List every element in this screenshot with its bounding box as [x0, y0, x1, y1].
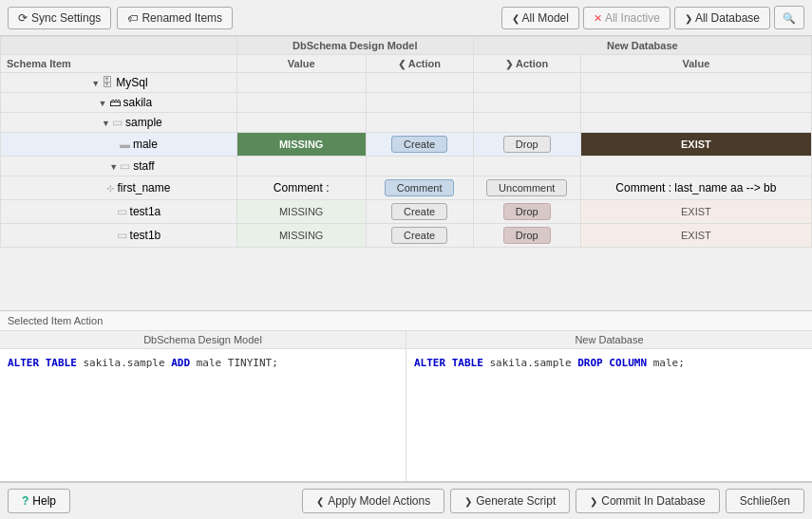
all-database-button[interactable]: All Database	[674, 7, 770, 29]
search-icon	[783, 10, 796, 25]
all-inactive-button[interactable]: All Inactive	[583, 7, 670, 29]
action-right-cell[interactable]	[473, 93, 580, 113]
table-row[interactable]: ▼🗃sakila	[1, 93, 812, 113]
all-inactive-label: All Inactive	[605, 11, 660, 25]
table-icon: ▭	[117, 229, 127, 242]
selected-body: DbSchema Design Model ALTER TABLE sakila…	[0, 331, 812, 481]
table-row[interactable]: ▼▭sample	[1, 113, 812, 133]
schema-group-header	[1, 37, 237, 55]
filter-buttons: All Model All Inactive All Database	[501, 6, 804, 29]
schema-item-cell: ▼▭staff	[1, 157, 237, 176]
expand-icon: ▼	[91, 79, 100, 88]
action-left-cell[interactable]	[366, 113, 473, 133]
action-left-button[interactable]: Create	[391, 136, 447, 153]
toolbar: Sync Settings Renamed Items All Model Al…	[0, 0, 812, 36]
action-left-cell[interactable]: Create	[366, 224, 473, 248]
newdb-value-cell: EXIST	[580, 224, 811, 248]
row-name: MySql	[116, 76, 147, 89]
all-model-button[interactable]: All Model	[501, 7, 579, 29]
action-right-cell[interactable]: Drop	[473, 133, 580, 157]
sync-table: DbSchema Design Model New Database Schem…	[0, 36, 812, 248]
action-right-cell[interactable]	[473, 73, 580, 93]
apply-chevron-icon	[316, 494, 324, 508]
help-button[interactable]: Help	[8, 489, 70, 513]
search-button[interactable]	[774, 6, 804, 29]
dbschema-value-cell	[236, 157, 366, 176]
action-right-cell[interactable]	[473, 157, 580, 176]
newdb-value-cell: Comment : last_name aa --> bb	[580, 176, 811, 200]
newdb-value-cell: EXIST	[580, 200, 811, 224]
table-row[interactable]: ⊹first_nameComment :CommentUncommentComm…	[1, 176, 812, 200]
expand-icon: ▼	[109, 162, 118, 172]
renamed-items-button[interactable]: Renamed Items	[117, 7, 233, 29]
sql-keyword-add: ADD	[171, 357, 190, 369]
table-row[interactable]: ▼▭staff	[1, 157, 812, 176]
dbschema-value-cell: Comment :	[236, 176, 366, 200]
commit-chevron-icon	[590, 494, 597, 508]
schema-item-cell: ▭test1b	[1, 224, 237, 248]
row-name: male	[133, 138, 158, 151]
group-header-row: DbSchema Design Model New Database	[1, 37, 812, 55]
table-row[interactable]: ▬maleMISSINGCreateDropEXIST	[1, 133, 812, 157]
action-left-button[interactable]: Comment	[385, 179, 455, 196]
sql-keyword-drop: DROP COLUMN	[577, 357, 647, 369]
action-right-cell[interactable]	[473, 113, 580, 133]
action-right-button[interactable]: Drop	[503, 227, 551, 244]
action-left-cell[interactable]: Comment	[366, 176, 473, 200]
expand-icon: ▼	[102, 119, 110, 128]
footer-action-buttons: Apply Model Actions Generate Script Comm…	[302, 489, 804, 513]
apply-label: Apply Model Actions	[328, 494, 430, 508]
action-right-button[interactable]: Drop	[503, 136, 551, 153]
schema-item-cell: ▼🗃sakila	[1, 93, 237, 113]
newdb-value-cell	[580, 73, 811, 93]
action-right-cell[interactable]: Drop	[473, 200, 580, 224]
selected-dbschema-header: DbSchema Design Model	[0, 331, 406, 349]
db-icon: 🗄	[102, 76, 113, 89]
all-database-label: All Database	[695, 11, 760, 25]
tag-icon	[127, 11, 138, 25]
sync-table-section: DbSchema Design Model New Database Schem…	[0, 36, 812, 311]
sync-icon	[18, 11, 28, 25]
col-special-icon: ⊹	[106, 183, 114, 194]
close-button[interactable]: Schließen	[726, 489, 804, 513]
row-name: staff	[133, 159, 154, 173]
action-right-cell[interactable]: Uncomment	[473, 176, 580, 200]
newdb-value-cell: EXIST	[580, 133, 811, 157]
action-left-button[interactable]: Create	[391, 203, 447, 220]
action-left-button[interactable]: Create	[391, 227, 447, 244]
chevron-right-icon	[685, 11, 692, 25]
action-right-cell[interactable]: Drop	[473, 224, 580, 248]
action-left-cell[interactable]	[366, 93, 473, 113]
table-row[interactable]: ▼🗄MySql	[1, 73, 812, 93]
action-left-cell[interactable]: Create	[366, 200, 473, 224]
action-left-cell[interactable]	[366, 157, 473, 176]
renamed-items-label: Renamed Items	[142, 11, 222, 25]
action-left-chevron	[398, 58, 406, 69]
selected-newdb-content: ALTER TABLE sakila.sample DROP COLUMN ma…	[406, 349, 812, 481]
commit-database-button[interactable]: Commit In Database	[576, 489, 719, 513]
action-right-button[interactable]: Drop	[503, 203, 551, 220]
dbschema-value-cell	[236, 93, 366, 113]
sql-text-1: sakila.sample	[83, 357, 171, 369]
action-left-cell[interactable]: Create	[366, 133, 473, 157]
table-body: ▼🗄MySql▼🗃sakila▼▭sample▬maleMISSINGCreat…	[1, 73, 812, 248]
selected-newdb-pane: New Database ALTER TABLE sakila.sample D…	[406, 331, 812, 481]
action-left-header: Action	[366, 55, 473, 73]
action-right-chevron	[505, 58, 513, 69]
row-name: sample	[125, 116, 162, 129]
help-label: Help	[32, 494, 56, 508]
apply-model-actions-button[interactable]: Apply Model Actions	[302, 489, 444, 513]
schema-item-cell: ▼▭sample	[1, 113, 237, 133]
table-row[interactable]: ▭test1aMISSINGCreateDropEXIST	[1, 200, 812, 224]
schema-item-cell: ⊹first_name	[1, 176, 237, 200]
sql-text-4: male;	[653, 357, 685, 369]
schema-item-header: Schema Item	[1, 55, 237, 73]
action-left-cell[interactable]	[366, 73, 473, 93]
expand-icon: ▼	[99, 99, 107, 108]
table-row[interactable]: ▭test1bMISSINGCreateDropEXIST	[1, 224, 812, 248]
selected-dbschema-pane: DbSchema Design Model ALTER TABLE sakila…	[0, 331, 406, 481]
sync-settings-button[interactable]: Sync Settings	[8, 7, 111, 29]
generate-script-button[interactable]: Generate Script	[450, 489, 570, 513]
sync-settings-label: Sync Settings	[31, 11, 101, 25]
action-right-button[interactable]: Uncomment	[486, 179, 567, 196]
